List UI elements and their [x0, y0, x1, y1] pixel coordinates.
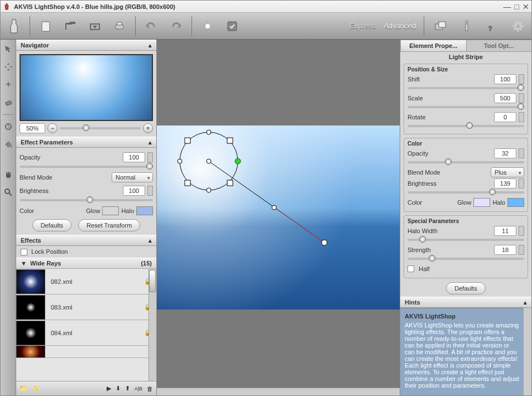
bucket-tool[interactable]	[2, 138, 15, 151]
svg-rect-8	[228, 22, 237, 31]
save-button[interactable]	[86, 17, 104, 35]
reset-transform-button[interactable]: Reset Transform	[78, 219, 140, 231]
blend-mode-select-right[interactable]: Plus	[491, 167, 524, 177]
effect-item[interactable]: 084.xml 🔒	[16, 320, 156, 346]
collapse-icon[interactable]: ▴	[148, 139, 152, 146]
scale-slider[interactable]	[408, 106, 524, 108]
redo-button[interactable]	[167, 17, 185, 35]
eraser-tool[interactable]	[2, 96, 15, 109]
svg-rect-23	[5, 100, 11, 105]
brightness-input[interactable]: 100	[123, 186, 145, 196]
canvas[interactable]	[157, 125, 400, 310]
effect-item[interactable]: 082.xml 🔒	[16, 269, 156, 294]
brightness-slider[interactable]	[20, 199, 153, 201]
brightness-spinner-right[interactable]	[519, 178, 524, 189]
open-button[interactable]	[61, 17, 79, 35]
close-button[interactable]: ✕	[523, 3, 529, 11]
effect-item[interactable]: 083.xml 🔒	[16, 294, 156, 320]
sparkle-brush-tool[interactable]	[2, 79, 15, 91]
defaults-button-right[interactable]: Defaults	[446, 282, 485, 294]
opacity-slider[interactable]	[20, 166, 153, 168]
opacity-input-right[interactable]: 32	[494, 148, 516, 158]
halo-swatch-right[interactable]	[507, 198, 524, 207]
scale-spinner[interactable]	[519, 93, 524, 103]
blend-mode-select[interactable]: Normal	[112, 172, 153, 182]
effect-item[interactable]	[16, 346, 156, 358]
canvas-horizontal-scrollbar[interactable]	[157, 388, 400, 395]
svg-line-19	[514, 22, 516, 24]
app-bottle-icon[interactable]	[5, 17, 23, 35]
glow-color-swatch[interactable]	[102, 206, 119, 215]
collapse-icon[interactable]: ▴	[524, 299, 527, 306]
svg-rect-2	[117, 22, 122, 25]
zoom-in-button[interactable]: +	[143, 123, 153, 133]
presets-button[interactable]	[432, 17, 450, 35]
effects-scrollbar[interactable]	[148, 269, 156, 381]
zoom-slider[interactable]	[60, 127, 141, 129]
collapse-icon[interactable]: ▴	[148, 42, 152, 49]
element-properties-tab[interactable]: Element Prope...	[400, 40, 467, 51]
move-tool[interactable]	[2, 61, 15, 73]
new-button[interactable]	[37, 17, 55, 35]
undo-button[interactable]	[142, 17, 160, 35]
info-button[interactable]	[458, 17, 476, 35]
opacity-spinner[interactable]	[147, 152, 153, 162]
tool-options-tab[interactable]: Tool Opt...	[466, 40, 532, 51]
minimize-button[interactable]: —	[504, 3, 511, 11]
shift-input[interactable]: 100	[494, 74, 516, 84]
halo-width-spinner[interactable]	[519, 226, 524, 236]
hand-tool[interactable]	[2, 168, 15, 181]
advanced-mode-tab[interactable]: Advanced	[384, 22, 416, 30]
new-folder-icon[interactable]: 📁	[20, 385, 27, 392]
pointer-tool[interactable]	[2, 43, 15, 55]
effect-group-header[interactable]: ▼ Wide Rays (15)	[16, 258, 156, 269]
import-icon[interactable]: ⬇	[116, 385, 121, 392]
rename-icon[interactable]: A|B	[135, 386, 142, 392]
zoom-out-button[interactable]: −	[47, 123, 57, 133]
strength-slider[interactable]	[408, 258, 524, 260]
hints-scrollbar[interactable]	[524, 308, 531, 395]
opacity-input[interactable]: 100	[123, 152, 145, 162]
glow-swatch-right[interactable]	[473, 198, 490, 207]
halo-width-input[interactable]: 11	[494, 226, 516, 236]
rotate-input[interactable]: 0	[494, 112, 516, 122]
zoom-value[interactable]: 50%	[20, 123, 45, 133]
strength-spinner[interactable]	[519, 245, 524, 255]
apply-button[interactable]	[223, 17, 241, 35]
vertical-toolbar	[1, 40, 16, 395]
brightness-input-right[interactable]: 139	[494, 178, 516, 189]
shift-slider[interactable]	[408, 87, 524, 89]
play-icon[interactable]: ▶	[107, 385, 111, 392]
halo-color-swatch[interactable]	[136, 206, 153, 215]
rotate-spinner[interactable]	[519, 112, 524, 122]
half-checkbox[interactable]	[408, 265, 414, 272]
express-mode-tab[interactable]: Express	[349, 22, 376, 30]
defaults-button[interactable]: Defaults	[32, 219, 71, 231]
svg-rect-0	[42, 22, 50, 31]
delete-icon[interactable]: 🗑	[147, 385, 153, 392]
opacity-label: Opacity	[408, 150, 492, 157]
navigator-preview[interactable]	[20, 54, 153, 121]
brightness-spinner[interactable]	[147, 186, 153, 196]
run-button[interactable]	[199, 17, 217, 35]
settings-button[interactable]	[509, 17, 527, 35]
zoom-tool[interactable]	[2, 186, 15, 199]
help-button[interactable]: ?	[483, 17, 501, 35]
new-effect-icon[interactable]: ✨	[32, 385, 40, 392]
history-brush-tool[interactable]	[2, 120, 15, 133]
lock-position-checkbox[interactable]	[21, 249, 27, 255]
shift-spinner[interactable]	[519, 74, 524, 84]
print-button[interactable]	[111, 17, 128, 35]
glow-label: Glow	[457, 199, 471, 206]
maximize-button[interactable]: □	[515, 3, 519, 11]
transform-gizmo[interactable]	[157, 125, 400, 310]
scale-input[interactable]: 500	[494, 93, 516, 103]
export-icon[interactable]: ⬆	[125, 385, 130, 392]
rotate-slider[interactable]	[408, 125, 524, 127]
opacity-spinner-right[interactable]	[519, 148, 524, 158]
brightness-slider-right[interactable]	[408, 191, 524, 194]
strength-input[interactable]: 18	[494, 245, 516, 255]
collapse-icon[interactable]: ▴	[148, 237, 152, 244]
halo-width-slider[interactable]	[408, 239, 524, 241]
opacity-slider-right[interactable]	[408, 161, 524, 163]
